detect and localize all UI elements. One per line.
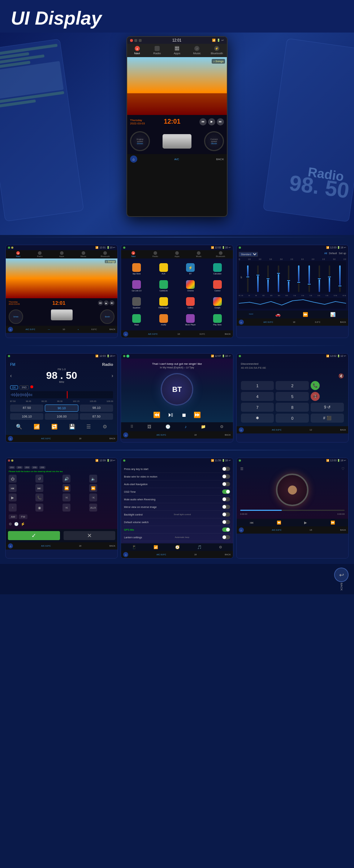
music-home-btn[interactable]: ⌂ [239, 527, 244, 533]
key-1[interactable]: 1 [241, 381, 274, 390]
key-5[interactable]: 5 [276, 392, 309, 401]
s-icon-up2[interactable]: ↑K [62, 504, 70, 512]
cell1-nav-radio[interactable]: Radio [29, 251, 50, 257]
app-bt[interactable]: ⚡ BT [178, 261, 203, 277]
toggle-10[interactable] [222, 535, 230, 539]
bt-folder-icon[interactable]: 📁 [201, 424, 206, 429]
play-btn[interactable]: ▶ [208, 118, 215, 125]
app-appstore[interactable]: App Store [124, 261, 149, 277]
steering-x-btn[interactable]: ✕ [64, 531, 116, 540]
toggle-1[interactable] [222, 467, 230, 471]
sysset-phone-icon[interactable]: 📱 [132, 545, 136, 549]
key-hash[interactable]: # ⬛ [311, 414, 344, 423]
dx-btn[interactable]: DX [10, 385, 18, 389]
steering-check-btn[interactable]: ✓ [8, 531, 60, 540]
s-bt-icon[interactable]: ⚡ [21, 522, 25, 526]
nav-bluetooth[interactable]: ⚡ Bluetooth [207, 45, 227, 56]
s-icon-k2[interactable]: ↑K [89, 493, 97, 501]
key-end[interactable]: 📵 [311, 392, 320, 401]
s-icon-aux[interactable]: AUX [89, 504, 97, 512]
s-icon-ff[interactable]: ⏩ [89, 484, 97, 492]
toggle-8[interactable] [222, 520, 230, 524]
key-2[interactable]: 2 [276, 381, 309, 390]
preset-4[interactable]: 106.10 [10, 413, 43, 420]
next-btn[interactable]: ⏭ [217, 118, 224, 125]
key-star[interactable]: ✱ [241, 414, 274, 423]
bt-settings-icon[interactable]: ⚙ [220, 424, 224, 429]
key-call[interactable]: 📞 [311, 381, 320, 390]
s-icon-prev[interactable]: ⏮ [9, 484, 17, 492]
toggle-9[interactable] [222, 527, 230, 532]
app-chrome[interactable]: Chrome [178, 278, 203, 294]
footer-back-btn[interactable]: ↩ BACK [334, 568, 349, 591]
eq-arrow-icon[interactable]: ⏩ [303, 312, 308, 317]
eq-filter-default[interactable]: Default [329, 252, 337, 257]
steering-fm[interactable]: FM [19, 514, 27, 519]
s-time-icon[interactable]: 🕐 [14, 522, 18, 526]
bt-img-icon[interactable]: 🖼 [147, 424, 151, 429]
radio-next-btn[interactable]: › [112, 373, 113, 379]
music-heart-icon[interactable]: ♡ [341, 467, 345, 471]
dialpad-home-btn[interactable]: ⌂ [239, 427, 244, 432]
toggle-4[interactable] [222, 489, 230, 494]
key-9[interactable]: 9 ↺ [311, 403, 344, 412]
cell1-play[interactable]: ▶ [104, 300, 109, 305]
cell2-nav-radio[interactable]: Radio [145, 251, 166, 257]
cell2-nav-navi[interactable]: ▲ Navi [123, 251, 144, 257]
cell2-home-btn[interactable]: ⌂ [123, 332, 128, 337]
radio-home-btn[interactable]: ⌂ [8, 436, 13, 441]
home-button[interactable]: ⌂ [130, 155, 137, 163]
s-icon-voldn[interactable]: 🔈 [89, 475, 97, 483]
music-rew-icon[interactable]: ⏪ [277, 521, 281, 525]
eq-filter-all[interactable]: All [324, 252, 327, 257]
preset-1[interactable]: 87.50 [10, 405, 43, 412]
s-icon-next[interactable]: ⏭ [35, 484, 43, 492]
loop-icon[interactable]: 🔁 [51, 424, 57, 429]
eq-car-icon[interactable]: 🚗 [275, 312, 281, 317]
app-maps[interactable]: Maps [124, 312, 149, 328]
save-icon[interactable]: 💾 [69, 424, 75, 429]
eq-preset-select[interactable]: Standard [239, 252, 258, 257]
music-play2-icon[interactable]: ▶ [304, 521, 307, 525]
eq-chart-icon[interactable]: 📊 [330, 312, 336, 317]
cell3-back[interactable]: BACK [340, 321, 346, 323]
app-musicplayer[interactable]: Music Player [178, 312, 203, 328]
s-icon-play[interactable]: ▶ [9, 493, 17, 501]
preset-5[interactable]: 108.00 [45, 413, 78, 420]
bt-back[interactable]: BACK [225, 434, 230, 436]
cell2-nav-apps[interactable]: Apps [167, 251, 187, 257]
cell2-back[interactable]: BACK [225, 333, 230, 335]
eq-waves-icon[interactable]: 〰 [249, 312, 253, 317]
cell1-nav-navi[interactable]: ▲ Navi [8, 251, 29, 257]
back-label[interactable]: BACK [216, 158, 224, 161]
app-filemgr[interactable]: FileManager [151, 295, 176, 311]
toggle-5[interactable] [222, 497, 230, 501]
cell1-nav-music[interactable]: Music [73, 251, 94, 257]
preset-2[interactable]: 90.10 [45, 405, 78, 412]
s-icon-rew[interactable]: ⏪ [62, 484, 70, 492]
sysset-music2-icon[interactable]: 🎵 [197, 545, 202, 549]
key-8[interactable]: 8 [276, 403, 309, 412]
signal-icon[interactable]: 📶 [34, 424, 40, 429]
s-settings-icon[interactable]: ⚙ [9, 522, 12, 526]
list-icon[interactable]: ☰ [86, 424, 91, 429]
app-eq[interactable]: Equalizer [124, 295, 149, 311]
nav-radio[interactable]: Radio [147, 45, 167, 56]
settings-icon[interactable]: ⚙ [103, 424, 107, 429]
radio-back[interactable]: BACK [109, 437, 115, 440]
s-icon-circle[interactable]: ◉ [35, 504, 43, 512]
app-calc[interactable]: Calculator [205, 261, 230, 277]
steering-back[interactable]: BACK [109, 545, 115, 547]
prev-btn[interactable]: ⏮ [199, 118, 207, 125]
sysset-gear-icon[interactable]: ⚙ [219, 545, 222, 549]
sysset-back[interactable]: BACK [225, 553, 230, 556]
toggle-3[interactable] [222, 482, 230, 486]
back-arrow-icon[interactable]: ↩ [339, 572, 344, 578]
cell2-nav-bt[interactable]: Bluetooth [210, 251, 231, 257]
app-control[interactable]: Control [205, 278, 230, 294]
bt-home-btn[interactable]: ⌂ [123, 432, 128, 437]
cell1-prev[interactable]: ⏮ [98, 300, 103, 305]
s-icon-refresh[interactable]: ↺ [35, 475, 43, 483]
bt-stop-btn[interactable]: ⏹ [181, 412, 186, 418]
back-text-label[interactable]: BACK [340, 583, 343, 591]
